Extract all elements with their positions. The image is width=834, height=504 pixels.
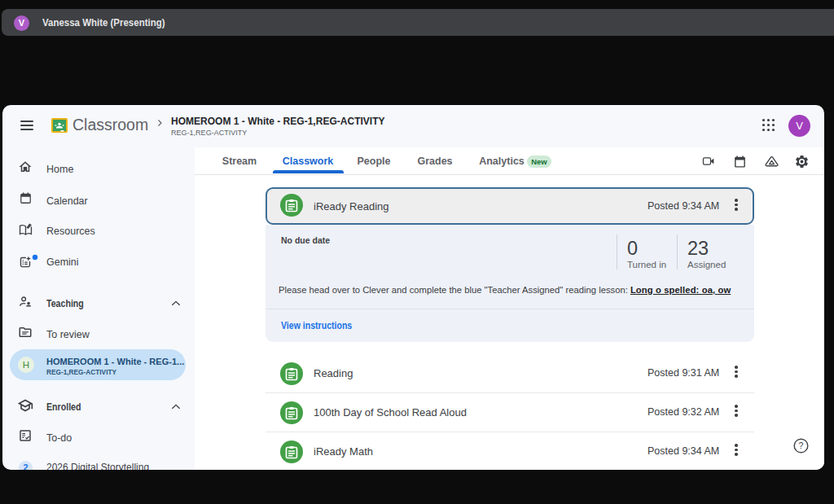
svg-text:?: ? [799,440,804,450]
